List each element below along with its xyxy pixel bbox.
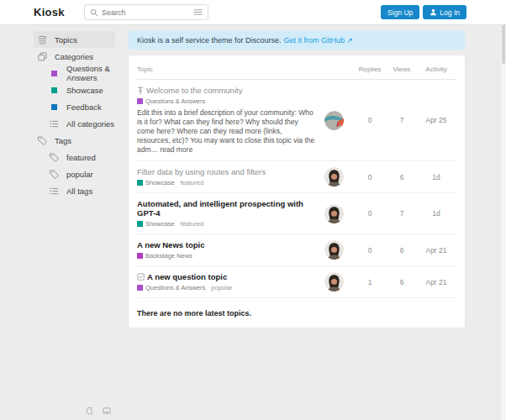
list-icon	[50, 186, 59, 196]
replies-count: 1	[352, 278, 387, 286]
category-badge[interactable]: Showcase	[137, 220, 175, 228]
search-menu-icon[interactable]	[193, 8, 203, 16]
moon-icon[interactable]	[86, 407, 93, 415]
sidebar-item-categories[interactable]: Categories	[34, 48, 115, 65]
sidebar-item-label: All tags	[66, 186, 92, 196]
category-badge[interactable]: Showcase	[137, 179, 175, 186]
sidebar-item-label: Showcase	[66, 86, 103, 95]
category-badge[interactable]: Backstage News	[137, 252, 192, 260]
avatar[interactable]	[324, 204, 344, 223]
sidebar-item-label: Topics	[55, 35, 77, 45]
list-icon	[50, 119, 59, 129]
no-more-topics-text: There are no more latest topics.	[137, 309, 456, 318]
topic-list-header: Topic Replies Views Activity	[137, 58, 456, 80]
category-color-square	[50, 102, 59, 112]
topic-list: Welcome to the community Questions & Ans…	[137, 80, 456, 298]
sidebar-item-all-tags[interactable]: All tags	[45, 182, 115, 199]
activity-date: Apr 21	[416, 246, 456, 255]
sidebar-item-tags[interactable]: Tags	[34, 132, 115, 149]
sidebar-item-featured[interactable]: featured	[45, 149, 115, 165]
search-icon	[90, 8, 98, 17]
scrollbar[interactable]	[501, 0, 506, 420]
login-label: Log In	[440, 8, 460, 17]
topic-title[interactable]: Welcome to the community	[146, 86, 242, 95]
views-count: 6	[387, 278, 416, 286]
keyboard-icon[interactable]	[103, 407, 111, 414]
topic-list-card: Topic Replies Views Activity Welcome t	[129, 55, 465, 328]
main-content: Kiosk is a self service theme for Discou…	[129, 31, 465, 328]
read-more-link[interactable]: read more	[160, 145, 192, 154]
login-button[interactable]: Log In	[423, 5, 466, 19]
views-count: 6	[387, 246, 416, 255]
column-activity[interactable]: Activity	[416, 66, 456, 73]
sidebar-item-label: featured	[66, 153, 96, 162]
sidebar-item-popular[interactable]: popular	[45, 165, 115, 182]
solved-icon	[137, 273, 145, 281]
replies-count: 0	[352, 173, 387, 181]
activity-date: Apr 21	[416, 278, 456, 286]
avatar[interactable]	[324, 111, 344, 130]
activity-date: Apr 25	[416, 116, 456, 124]
category-name: Questions & Answers	[145, 97, 205, 105]
sidebar-item-label: Feedback	[66, 102, 102, 112]
category-color-square	[137, 180, 143, 186]
signup-label: Sign Up	[387, 8, 413, 17]
topic-tag[interactable]: popular	[211, 284, 232, 291]
signup-button[interactable]: Sign Up	[381, 5, 419, 19]
search-box[interactable]	[84, 4, 208, 20]
github-link[interactable]: Get it from GitHub ↗	[284, 36, 354, 45]
sidebar: Topics Categories Questions & Answers Sh…	[34, 31, 118, 199]
category-badge[interactable]: Questions & Answers	[137, 284, 205, 291]
user-icon	[430, 8, 437, 16]
sidebar-item-showcase[interactable]: Showcase	[45, 81, 115, 98]
topic-row[interactable]: Welcome to the community Questions & Ans…	[137, 80, 456, 161]
tag-icon	[38, 136, 47, 145]
search-input[interactable]	[102, 8, 190, 17]
topic-tag[interactable]: featured	[181, 220, 204, 228]
topic-row[interactable]: A new News topic Backstage News 0 6 Apr …	[137, 234, 456, 266]
category-name: Showcase	[145, 220, 175, 228]
category-color-square	[137, 285, 143, 291]
replies-count: 0	[352, 116, 387, 124]
views-count: 7	[387, 116, 416, 124]
category-color-square	[137, 253, 143, 259]
column-views[interactable]: Views	[387, 66, 416, 73]
topic-row[interactable]: Filter data by using routes and filters …	[137, 161, 456, 193]
tag-icon	[50, 170, 59, 179]
activity-date: 1d	[416, 209, 456, 218]
category-badge[interactable]: Questions & Answers	[137, 97, 205, 105]
sidebar-item-label: popular	[66, 170, 93, 179]
sidebar-item-label: Questions & Answers	[66, 64, 115, 82]
sidebar-item-topics[interactable]: Topics	[34, 31, 115, 48]
avatar[interactable]	[324, 240, 344, 260]
site-header: Kiosk Sign Up Log In	[0, 0, 506, 25]
sidebar-item-questions-answers[interactable]: Questions & Answers	[45, 65, 115, 81]
sidebar-item-label: Categories	[55, 52, 93, 61]
sidebar-item-all-categories[interactable]: All categories	[45, 115, 115, 132]
site-logo[interactable]: Kiosk	[34, 6, 65, 18]
pin-icon	[137, 87, 144, 95]
replies-count: 0	[352, 209, 387, 218]
views-count: 6	[387, 173, 416, 181]
topic-title[interactable]: Automated, and intelligent prospecting w…	[137, 199, 315, 218]
topic-row[interactable]: A new question topic Questions & Answers…	[137, 266, 456, 298]
tag-icon	[50, 153, 59, 162]
avatar[interactable]	[324, 272, 344, 291]
views-count: 7	[387, 209, 416, 218]
category-color-square	[50, 69, 59, 78]
category-color-square	[137, 221, 143, 227]
footer-controls	[86, 407, 111, 415]
copy-icon	[38, 52, 47, 61]
column-replies[interactable]: Replies	[352, 66, 387, 73]
column-topic: Topic	[137, 66, 315, 73]
sidebar-item-feedback[interactable]: Feedback	[45, 98, 115, 115]
topic-title[interactable]: A new question topic	[147, 272, 227, 281]
category-color-square	[137, 98, 143, 104]
topic-title[interactable]: Filter data by using routes and filters	[137, 167, 266, 176]
activity-date: 1d	[416, 173, 456, 181]
topic-title[interactable]: A new News topic	[137, 240, 204, 249]
avatar[interactable]	[324, 167, 344, 186]
topic-tag[interactable]: featured	[181, 179, 204, 186]
banner-text: Kiosk is a self service theme for Discou…	[137, 36, 282, 45]
topic-row[interactable]: Automated, and intelligent prospecting w…	[137, 193, 456, 234]
